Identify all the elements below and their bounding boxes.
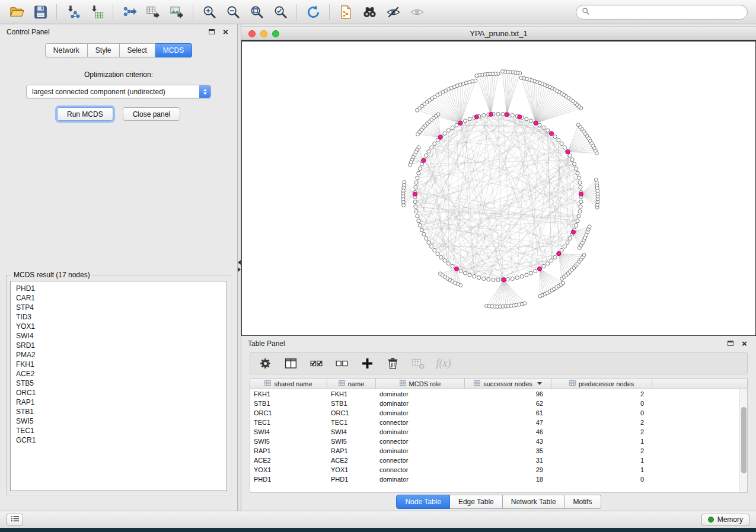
network-node[interactable] [439,255,443,259]
cell-mcds_role[interactable]: connector [376,438,465,445]
search-input[interactable] [594,8,742,17]
network-node[interactable] [506,278,509,281]
cell-successor_nodes[interactable]: 35 [465,447,551,454]
network-node[interactable] [459,284,462,287]
cell-successor_nodes[interactable]: 31 [465,457,551,464]
network-node[interactable] [529,271,532,275]
network-node[interactable] [451,126,454,129]
network-node[interactable] [566,241,569,244]
cell-successor_nodes[interactable]: 47 [465,419,551,426]
column-header-successor_nodes[interactable]: successor nodes [465,379,551,389]
network-node[interactable] [563,146,566,149]
splitter-handle-icon[interactable] [238,259,241,273]
network-node[interactable] [482,114,486,117]
network-node[interactable] [550,259,553,262]
tab-select[interactable]: Select [120,43,155,57]
cell-successor_nodes[interactable]: 18 [465,476,551,483]
network-node[interactable] [430,245,433,248]
network-node[interactable] [427,241,430,244]
table-panel-float-button[interactable] [725,339,735,348]
cell-shared_name[interactable]: SWI4 [250,428,327,435]
network-node[interactable] [519,76,523,79]
network-node[interactable] [520,275,524,278]
network-node[interactable] [425,153,428,157]
network-node[interactable] [416,108,419,112]
cell-predecessor_nodes[interactable]: 0 [551,476,652,483]
cell-mcds_role[interactable]: connector [376,419,465,426]
network-node[interactable] [414,185,417,189]
network-node[interactable] [463,271,467,275]
cell-mcds_role[interactable]: dominator [376,409,465,416]
cell-predecessor_nodes[interactable]: 1 [551,457,652,464]
network-node[interactable] [436,252,439,256]
network-node[interactable] [463,119,467,123]
network-node[interactable] [560,248,563,252]
network-node[interactable] [402,203,406,207]
zoom-window-button[interactable] [272,30,279,37]
table-row[interactable]: ACE2ACE2connector311 [250,456,747,465]
zoom-in-button[interactable] [197,2,221,22]
network-node[interactable] [482,277,486,280]
network-node[interactable] [511,277,514,280]
network-node[interactable] [546,262,550,265]
network-node[interactable] [418,167,422,171]
cell-successor_nodes[interactable]: 29 [465,466,551,473]
network-node[interactable] [451,264,454,268]
cell-mcds_role[interactable]: dominator [376,390,465,398]
dominator-node[interactable] [474,115,479,119]
cell-shared_name[interactable]: YOX1 [250,466,327,473]
control-panel-float-button[interactable] [206,27,216,37]
network-node[interactable] [443,132,446,135]
dominator-node[interactable] [518,115,522,119]
network-node[interactable] [443,259,446,262]
network-node[interactable] [420,228,423,232]
network-node[interactable] [417,171,420,175]
network-node[interactable] [542,264,546,268]
network-node[interactable] [538,123,541,127]
cell-mcds_role[interactable]: dominator [376,428,465,435]
dominator-node[interactable] [566,150,570,154]
network-node[interactable] [446,262,450,265]
table-scrollbar[interactable] [739,389,747,492]
network-node[interactable] [414,205,417,209]
network-node[interactable] [492,278,495,281]
cell-name[interactable]: RAP1 [327,447,376,454]
mcds-result-list[interactable]: PHD1CAR1STP4TID3YOX1SWI4SRD1PMA2FKH1ACE2… [10,281,227,491]
network-node[interactable] [557,138,560,142]
network-node[interactable] [414,210,418,213]
network-node[interactable] [582,253,586,257]
network-node[interactable] [542,126,546,129]
table-row[interactable]: PHD1PHD1dominator180 [250,475,747,484]
network-node[interactable] [468,117,471,121]
table-row[interactable]: YOX1YOX1connector291 [250,465,747,475]
cell-mcds_role[interactable]: connector [376,457,465,464]
close-window-button[interactable] [248,30,256,37]
network-node[interactable] [422,232,426,236]
cell-successor_nodes[interactable]: 46 [465,428,551,435]
network-node[interactable] [433,248,436,252]
import-table-button[interactable] [85,2,109,22]
network-canvas[interactable] [241,40,756,336]
cell-successor_nodes[interactable]: 61 [465,409,551,416]
cell-predecessor_nodes[interactable]: 0 [551,400,652,407]
network-node[interactable] [511,114,514,117]
cell-predecessor_nodes[interactable]: 2 [551,390,652,398]
column-header-predecessor_nodes[interactable]: predecessor nodes [551,379,652,389]
vertical-splitter[interactable] [237,24,241,511]
table-row[interactable]: SWI4SWI4dominator462 [250,427,747,437]
network-node[interactable] [409,164,412,167]
export-table-button[interactable] [141,2,165,22]
cell-mcds_role[interactable]: dominator [376,447,465,454]
column-header-shared_name[interactable]: shared name [250,379,327,389]
table-row[interactable]: SWI5SWI5connector431 [250,437,747,446]
cell-name[interactable]: FKH1 [327,390,376,398]
cell-mcds_role[interactable]: connector [376,466,465,473]
dominator-node[interactable] [458,121,462,125]
dominator-node[interactable] [534,121,538,125]
import-network-button[interactable] [61,2,85,22]
table-row[interactable]: ORC1ORC1dominator610 [250,408,747,418]
column-header-mcds_role[interactable]: MCDS role [376,379,465,389]
cell-name[interactable]: STB1 [327,400,376,407]
close-mcds-panel-button[interactable]: Close panel [123,107,180,121]
dominator-node[interactable] [557,251,561,255]
